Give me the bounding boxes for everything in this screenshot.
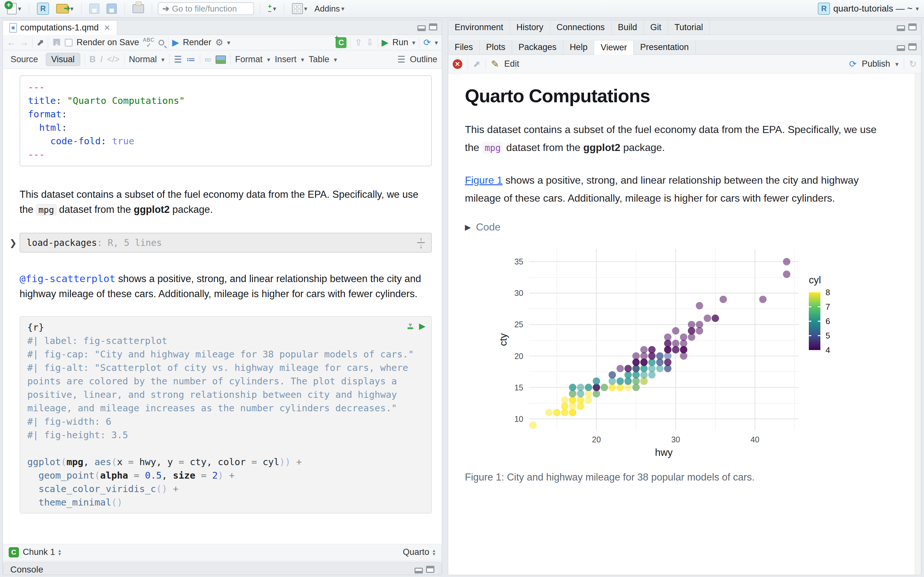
table-dropdown[interactable]: Table [309,55,330,64]
console-header[interactable]: Console [3,562,442,575]
popout-icon[interactable]: ⬈ [473,59,480,69]
run-button[interactable]: Run [393,37,409,47]
scrollbar-gutter[interactable] [915,73,921,575]
format-dropdown[interactable]: Format [235,55,263,64]
gear-icon[interactable]: ⚙ [215,37,223,48]
minimize-pane-icon[interactable] [417,25,426,31]
chunk-position[interactable]: Chunk 1 [23,547,55,557]
go-prev-chunk-icon[interactable]: ⇧ [355,37,362,48]
project-selector[interactable]: R quarto-tutorials — ~ ▾ [818,3,919,15]
doc-type-nav-icon[interactable]: ▲▼ [432,549,436,556]
tab-connections[interactable]: Connections [550,20,612,35]
stop-icon[interactable]: ✕ [453,59,462,69]
code-line: points are colored by the number of cyli… [27,374,424,388]
data-point [783,258,790,266]
yaml-front-matter[interactable]: ---title: "Quarto Computations"format: h… [19,75,432,166]
data-point [617,365,624,372]
tab-plots[interactable]: Plots [480,40,512,55]
expand-chevron-icon[interactable]: ❯ [9,237,17,248]
data-point [569,390,576,398]
edit-button[interactable]: Edit [504,59,519,69]
bold-button[interactable]: B [89,55,96,64]
tab-build[interactable]: Build [612,20,644,35]
source-rerun-icon[interactable]: ⟳ [423,37,431,48]
forward-icon[interactable]: → [19,37,29,48]
publish-button[interactable]: Publish [862,59,890,69]
svg-text:7: 7 [825,302,830,311]
r-code-chunk[interactable]: ▼ ▶ {r}#| label: fig-scatterplot#| fig-c… [19,316,432,514]
expand-chunk-icon[interactable]: ↑↓ [417,237,425,248]
back-icon[interactable]: ← [7,37,16,48]
tab-files[interactable]: Files [448,40,480,55]
render-on-save-checkbox[interactable] [65,39,73,47]
run-chunk-icon[interactable]: ▶ [419,321,425,331]
print-button[interactable] [131,3,146,15]
editor-statusbar: C Chunk 1 ▲▼ Quarto ▲▼ [3,544,442,560]
new-project-button[interactable]: R [35,1,51,16]
refresh-icon[interactable]: ↻ [909,59,917,69]
tab-packages[interactable]: Packages [512,40,564,55]
tab-help[interactable]: Help [564,40,594,55]
data-point [672,346,680,353]
maximize-pane-icon[interactable] [426,566,435,573]
spellcheck-icon[interactable]: ABC✓ [143,37,155,48]
save-doc-icon[interactable]: 🖪 [52,37,61,48]
version-control-button[interactable]: +– ▾ [266,3,278,15]
search-icon[interactable] [158,40,164,45]
tab-presentation[interactable]: Presentation [634,40,696,55]
editor-paragraph-2[interactable]: @fig-scatterplot shows a positive, stron… [19,271,433,301]
numbered-list-icon[interactable]: ≔ [186,54,195,65]
insert-chunk-button[interactable]: C [336,37,347,48]
tab-environment[interactable]: Environment [448,20,510,35]
data-point [704,314,711,322]
chevron-down-icon: ▾ [435,39,438,47]
paragraph-style-dropdown[interactable]: Normal [129,55,157,64]
minimize-pane-icon[interactable] [897,25,905,31]
tab-viewer[interactable]: Viewer [594,40,634,55]
run-all-above-icon[interactable]: ▼ [407,324,413,329]
maximize-pane-icon[interactable] [908,43,917,50]
popout-icon[interactable]: ⬈ [37,37,44,48]
data-point [640,359,648,366]
editor-paragraph-1[interactable]: This dataset contains a subset of the fu… [19,187,433,218]
chevron-down-icon: ▾ [273,5,276,13]
addins-button[interactable]: Addins ▾ [312,3,347,15]
visual-mode-button[interactable]: Visual [46,53,80,66]
source-mode-button[interactable]: Source [7,53,41,66]
maximize-pane-icon[interactable] [429,23,437,31]
image-icon[interactable] [216,55,226,64]
tab-history[interactable]: History [510,20,550,35]
svg-text:10: 10 [514,414,523,424]
insert-dropdown[interactable]: Insert [275,55,296,64]
bullet-list-icon[interactable]: ☰ [174,54,182,65]
goto-file-input[interactable]: ➔ Go to file/function [158,2,254,15]
tab-computations-qmd[interactable]: computations-1.qmd ✕ [3,20,117,35]
pane-layout-button[interactable]: ▾ [290,2,309,15]
render-button[interactable]: Render [183,37,212,47]
tab-git[interactable]: Git [644,20,668,35]
close-icon[interactable]: ✕ [104,23,110,32]
chunk-nav-icon[interactable]: ▲▼ [58,549,62,556]
code-format-button[interactable]: </> [107,55,120,64]
minimize-pane-icon[interactable] [897,45,905,51]
data-point [624,365,632,372]
save-all-button[interactable] [105,2,119,15]
link-icon[interactable]: ∞ [205,55,211,65]
minimize-pane-icon[interactable] [415,568,423,574]
code-line: scale_color_viridis_c() + [27,482,424,496]
data-point [609,378,616,385]
code-disclosure[interactable]: ▶ Code [465,221,908,233]
maximize-pane-icon[interactable] [908,23,917,31]
save-button[interactable] [87,2,102,15]
open-file-button[interactable]: ➔ ▾ [54,3,75,15]
data-point [640,346,648,353]
new-file-button[interactable]: + ▾ [5,2,23,16]
go-next-chunk-icon[interactable]: ⇩ [366,37,373,48]
italic-button[interactable]: I [100,55,103,64]
collapsed-chunk-load-packages[interactable]: ❯ load-packages : R, 5 lines ↑↓ [19,233,432,253]
doc-type-label[interactable]: Quarto [403,547,430,557]
outline-toggle[interactable]: Outline [410,55,437,64]
figure-link[interactable]: Figure 1 [465,174,502,186]
tab-tutorial[interactable]: Tutorial [668,20,710,35]
visual-editor-canvas[interactable]: ---title: "Quarto Computations"format: h… [3,69,442,544]
